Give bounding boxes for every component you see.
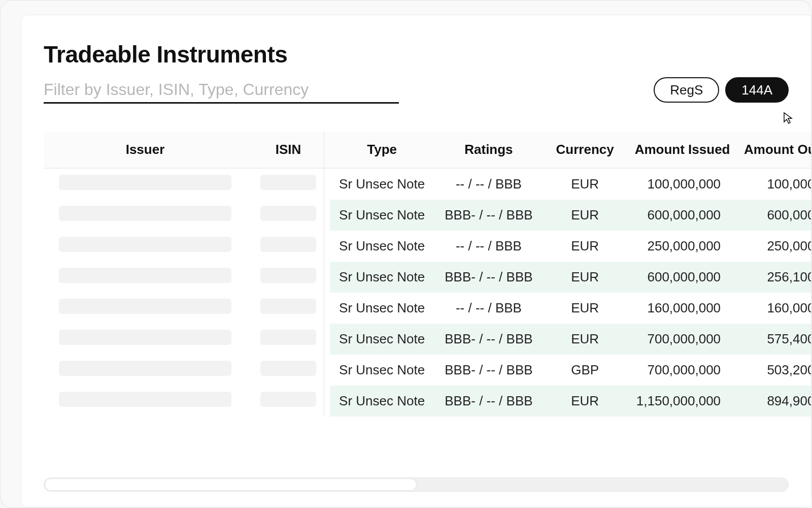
- issuer-placeholder: [59, 299, 231, 314]
- cell-issuer: [44, 200, 247, 231]
- isin-placeholder: [260, 361, 316, 376]
- cell-type: Sr Unsec Note: [330, 324, 434, 355]
- cell-amount-issued: 700,000,000: [627, 355, 736, 386]
- cell-issuer: [44, 169, 247, 200]
- cell-currency: EUR: [544, 231, 627, 262]
- cell-type: Sr Unsec Note: [330, 262, 434, 293]
- issuer-placeholder: [59, 268, 231, 283]
- cell-isin: [247, 324, 330, 355]
- cell-amount-issued: 160,000,000: [627, 293, 736, 324]
- cell-amount-issued: 250,000,000: [627, 231, 736, 262]
- cell-ratings: -- / -- / BBB: [434, 231, 543, 262]
- col-header-currency[interactable]: Currency: [544, 132, 627, 169]
- table-row[interactable]: Sr Unsec NoteBBB- / -- / BBBEUR600,000,0…: [44, 262, 811, 293]
- cell-type: Sr Unsec Note: [330, 386, 434, 417]
- issuer-placeholder: [59, 330, 231, 345]
- cell-amount-issued: 700,000,000: [627, 324, 736, 355]
- cell-isin: [247, 169, 330, 200]
- cell-ratings: -- / -- / BBB: [434, 293, 543, 324]
- cell-amount-issued: 1,150,000,000: [627, 386, 736, 417]
- cell-isin: [247, 262, 330, 293]
- cell-isin: [247, 200, 330, 231]
- col-header-ratings[interactable]: Ratings: [434, 132, 543, 169]
- table-row[interactable]: Sr Unsec NoteBBB- / -- / BBBGBP700,000,0…: [44, 355, 811, 386]
- cell-type: Sr Unsec Note: [330, 293, 434, 324]
- cell-issuer: [44, 355, 247, 386]
- table-row[interactable]: Sr Unsec Note-- / -- / BBBEUR100,000,000…: [44, 169, 811, 200]
- issuer-placeholder: [59, 361, 231, 376]
- cell-issuer: [44, 386, 247, 417]
- table-wrap: Issuer ISIN Type Ratings Currency Amount…: [44, 132, 811, 417]
- col-header-type[interactable]: Type: [330, 132, 434, 169]
- cell-ratings: BBB- / -- / BBB: [434, 324, 543, 355]
- cursor-icon: [783, 112, 795, 124]
- issuer-placeholder: [59, 175, 231, 190]
- isin-placeholder: [260, 206, 316, 221]
- cell-currency: EUR: [544, 262, 627, 293]
- table-row[interactable]: Sr Unsec Note-- / -- / BBBEUR250,000,000…: [44, 231, 811, 262]
- cell-amount-outstanding: 256,100,000: [736, 262, 811, 293]
- col-header-amount-outstanding[interactable]: Amount Outstanding: [736, 132, 811, 169]
- cell-isin: [247, 355, 330, 386]
- cell-isin: [247, 386, 330, 417]
- cell-currency: EUR: [544, 169, 627, 200]
- cell-amount-issued: 600,000,000: [627, 200, 736, 231]
- cell-amount-outstanding: 160,000,000: [736, 293, 811, 324]
- isin-placeholder: [260, 175, 316, 190]
- issuer-placeholder: [59, 206, 231, 221]
- cell-ratings: -- / -- / BBB: [434, 169, 543, 200]
- cell-ratings: BBB- / -- / BBB: [434, 355, 543, 386]
- cell-type: Sr Unsec Note: [330, 231, 434, 262]
- issuer-placeholder: [59, 392, 231, 407]
- instruments-table: Issuer ISIN Type Ratings Currency Amount…: [44, 132, 811, 417]
- horizontal-scrollbar[interactable]: [44, 478, 789, 492]
- cell-currency: EUR: [544, 324, 627, 355]
- cell-isin: [247, 231, 330, 262]
- isin-placeholder: [260, 299, 316, 314]
- isin-placeholder: [260, 330, 316, 345]
- cell-ratings: BBB- / -- / BBB: [434, 200, 543, 231]
- instruments-panel: Tradeable Instruments RegS 144A Issuer: [21, 15, 811, 507]
- app-window: Tradeable Instruments RegS 144A Issuer: [0, 0, 812, 508]
- page-title: Tradeable Instruments: [44, 41, 811, 68]
- filter-input[interactable]: [44, 80, 399, 99]
- issuer-placeholder: [59, 237, 231, 252]
- cell-amount-outstanding: 100,000,000: [736, 169, 811, 200]
- cell-amount-outstanding: 250,000,000: [736, 231, 811, 262]
- cell-issuer: [44, 231, 247, 262]
- regs-button[interactable]: RegS: [654, 77, 719, 103]
- cell-currency: EUR: [544, 200, 627, 231]
- isin-placeholder: [260, 268, 316, 283]
- frozen-column-divider: [324, 132, 324, 417]
- table-row[interactable]: Sr Unsec Note-- / -- / BBBEUR160,000,000…: [44, 293, 811, 324]
- filter-input-wrap: [44, 80, 399, 104]
- table-row[interactable]: Sr Unsec NoteBBB- / -- / BBBEUR600,000,0…: [44, 200, 811, 231]
- filter-row: RegS 144A: [44, 77, 811, 104]
- isin-placeholder: [260, 392, 316, 407]
- scrollbar-thumb[interactable]: [45, 479, 417, 491]
- cell-issuer: [44, 262, 247, 293]
- cell-issuer: [44, 293, 247, 324]
- cell-type: Sr Unsec Note: [330, 169, 434, 200]
- cell-issuer: [44, 324, 247, 355]
- cell-type: Sr Unsec Note: [330, 355, 434, 386]
- col-header-amount-issued[interactable]: Amount Issued: [627, 132, 736, 169]
- cell-currency: EUR: [544, 386, 627, 417]
- cell-isin: [247, 293, 330, 324]
- cell-amount-outstanding: 503,200,000: [736, 355, 811, 386]
- col-header-isin[interactable]: ISIN: [247, 132, 330, 169]
- table-row[interactable]: Sr Unsec NoteBBB- / -- / BBBEUR1,150,000…: [44, 386, 811, 417]
- cell-amount-outstanding: 894,900,000: [736, 386, 811, 417]
- cell-type: Sr Unsec Note: [330, 200, 434, 231]
- cell-ratings: BBB- / -- / BBB: [434, 386, 543, 417]
- table-header-row: Issuer ISIN Type Ratings Currency Amount…: [44, 132, 811, 169]
- table-row[interactable]: Sr Unsec NoteBBB- / -- / BBBEUR700,000,0…: [44, 324, 811, 355]
- cell-amount-issued: 600,000,000: [627, 262, 736, 293]
- isin-placeholder: [260, 237, 316, 252]
- 144a-button[interactable]: 144A: [725, 77, 789, 103]
- cell-amount-issued: 100,000,000: [627, 169, 736, 200]
- cell-amount-outstanding: 575,400,000: [736, 324, 811, 355]
- col-header-issuer[interactable]: Issuer: [44, 132, 247, 169]
- cell-currency: EUR: [544, 293, 627, 324]
- cell-currency: GBP: [544, 355, 627, 386]
